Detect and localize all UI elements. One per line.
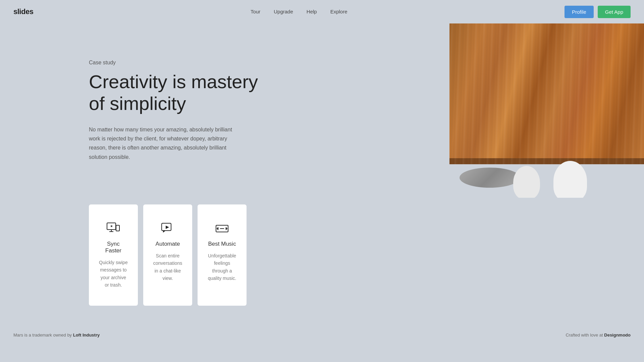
svg-text:★: ★ <box>110 224 113 228</box>
feature-best-music-desc: Unforgettable feelings through a quality… <box>208 252 236 282</box>
arrows-expand-icon <box>215 221 229 236</box>
footer-left-text: Mars is a trademark owned by <box>13 333 73 338</box>
feature-card-sync-faster: ★ Sync Faster Quickly swipe messages to … <box>89 204 138 306</box>
hero-eyebrow: Case study <box>89 60 268 66</box>
feature-automate-title: Automate <box>156 241 180 247</box>
feature-automate-desc: Scan entire conversations in a chat-like… <box>153 252 182 282</box>
feature-card-best-music: Best Music Unforgettable feelings throug… <box>198 204 247 306</box>
nav-actions: Profile Get App <box>565 6 631 18</box>
features-grid: ★ Sync Faster Quickly swipe messages to … <box>0 198 335 326</box>
feature-best-music-title: Best Music <box>208 241 236 247</box>
hero-title: Creativity is mastery of simplicity <box>89 71 268 114</box>
logo[interactable]: slides <box>13 7 33 16</box>
nav-tour[interactable]: Tour <box>251 9 260 14</box>
svg-rect-3 <box>116 225 119 231</box>
feature-card-automate: Automate Scan entire conversations in a … <box>143 204 192 306</box>
nav-links: Tour Upgrade Help Explore <box>251 9 347 15</box>
navbar: slides Tour Upgrade Help Explore Profile… <box>0 0 644 23</box>
nav-upgrade[interactable]: Upgrade <box>274 9 293 14</box>
nav-explore[interactable]: Explore <box>330 9 347 14</box>
profile-button[interactable]: Profile <box>565 6 594 18</box>
speaker-bottom <box>449 161 644 198</box>
video-message-icon <box>160 221 175 236</box>
features-section: ★ Sync Faster Quickly swipe messages to … <box>0 198 644 326</box>
speaker-grill <box>460 168 520 188</box>
feature-sync-faster-title: Sync Faster <box>99 241 128 254</box>
footer-right: Crafted with love at Designmodo <box>566 333 631 338</box>
speaker-base-left <box>513 166 540 198</box>
nav-help[interactable]: Help <box>307 9 317 14</box>
speaker-base-right <box>553 161 587 198</box>
hero-image <box>449 23 644 198</box>
hero-body: No matter how many times your amazing, a… <box>89 125 243 162</box>
footer: Mars is a trademark owned by Loft Indust… <box>0 326 644 344</box>
devices-star-icon: ★ <box>106 221 121 236</box>
wood-grain <box>449 23 644 164</box>
footer-brand: Loft Industry <box>73 333 100 338</box>
hero-content: Case study Creativity is mastery of simp… <box>0 40 268 182</box>
get-app-button[interactable]: Get App <box>598 6 631 18</box>
footer-left: Mars is a trademark owned by Loft Indust… <box>13 333 100 338</box>
hero-section: Case study Creativity is mastery of simp… <box>0 23 644 198</box>
footer-right-text: Crafted with love at <box>566 333 604 338</box>
footer-right-brand: Designmodo <box>604 333 631 338</box>
wood-block <box>449 23 644 164</box>
svg-marker-6 <box>166 226 169 229</box>
feature-sync-faster-desc: Quickly swipe messages to your archive o… <box>99 259 128 289</box>
